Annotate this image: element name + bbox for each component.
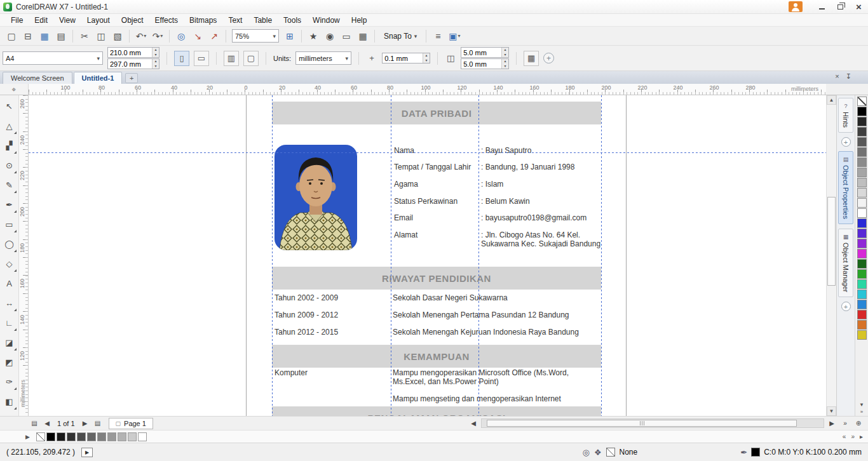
freehand-tool[interactable]: ✎ xyxy=(1,176,18,194)
no-color-swatch[interactable] xyxy=(857,97,867,106)
guideline-horizontal[interactable] xyxy=(29,152,826,153)
menu-bitmaps[interactable]: Bitmaps xyxy=(184,16,222,25)
color-swatch[interactable] xyxy=(857,107,867,116)
search-content-icon[interactable]: ◎ xyxy=(173,29,189,44)
landscape-button[interactable]: ▭ xyxy=(194,51,209,66)
color-swatch[interactable] xyxy=(118,432,126,441)
palette-scroll-right-icon[interactable]: » xyxy=(851,433,855,440)
next-page-icon[interactable]: ▶ xyxy=(79,420,91,427)
education-period[interactable]: Tahun 2002 - 2009 xyxy=(275,293,338,302)
vertical-scroll-thumb[interactable] xyxy=(827,197,836,286)
color-swatch[interactable] xyxy=(857,208,867,218)
show-grid-icon[interactable]: ▦ xyxy=(355,29,370,44)
docker-tab-hints[interactable]: ? Hints xyxy=(838,98,853,133)
color-swatch[interactable] xyxy=(857,229,867,238)
transparency-tool[interactable]: ◩ xyxy=(1,353,18,371)
duplicate-y-spinner[interactable]: ▴▾ xyxy=(501,59,508,69)
cv-field-label[interactable]: Nama xyxy=(394,146,414,155)
menu-effects[interactable]: Effects xyxy=(149,16,184,25)
color-swatch[interactable] xyxy=(857,188,867,197)
menu-edit[interactable]: Edit xyxy=(29,16,53,25)
color-swatch[interactable] xyxy=(57,432,65,441)
no-color-swatch[interactable] xyxy=(36,432,45,441)
chevron-down-icon[interactable]: ▾ xyxy=(144,33,146,39)
units-select[interactable]: millimeters ▾ xyxy=(295,51,351,65)
new-tab-button[interactable]: + xyxy=(125,73,138,83)
horizontal-ruler[interactable]: 100 80 60 40 20 0 20 40 60 80 100 120 14… xyxy=(29,84,826,95)
quick-customize-icon[interactable]: + xyxy=(841,302,851,311)
cv-field-value[interactable]: : Bandung, 19 Januari 1998 xyxy=(481,163,574,171)
menu-text[interactable]: Text xyxy=(222,16,248,25)
page-tab[interactable]: ▢ Page 1 xyxy=(109,418,153,429)
menu-layout[interactable]: Layout xyxy=(81,16,116,25)
zoom-tool[interactable]: ⊙ xyxy=(1,156,18,175)
restore-button[interactable] xyxy=(831,0,850,13)
section-header-data-pribadi[interactable]: DATA PRIBADI xyxy=(272,102,601,124)
color-swatch[interactable] xyxy=(857,290,867,299)
previous-page-icon[interactable]: ◀ xyxy=(41,420,53,427)
show-rulers-icon[interactable]: ▭ xyxy=(339,29,354,44)
cv-field-value[interactable]: : Jln. Cibogo Atas No. 64 Kel. Sukawarna… xyxy=(481,230,606,248)
education-school[interactable]: Sekolah Menengah Pertama Pasundan 12 Ban… xyxy=(393,311,569,319)
color-swatch[interactable] xyxy=(857,147,867,157)
color-swatch[interactable] xyxy=(857,300,867,309)
width-spinner[interactable]: ▴▾ xyxy=(152,48,159,57)
profile-photo[interactable] xyxy=(275,145,357,250)
application-launcher-icon[interactable]: ⊞ xyxy=(282,29,297,44)
guideline-vertical[interactable] xyxy=(601,95,602,416)
pick-tool[interactable]: ↖ xyxy=(1,97,18,116)
cv-field-label[interactable]: Agama xyxy=(394,180,418,189)
vertical-ruler[interactable]: 260 240 220 200 180 160 140 120 millimet… xyxy=(19,95,29,416)
color-swatch[interactable] xyxy=(857,269,867,279)
menu-file[interactable]: File xyxy=(5,16,29,25)
menu-object[interactable]: Object xyxy=(116,16,149,25)
skill-label[interactable]: Komputer xyxy=(275,368,308,377)
outline-color-swatch[interactable] xyxy=(751,448,760,457)
open-icon[interactable]: ⊟ xyxy=(20,29,36,44)
color-swatch[interactable] xyxy=(138,432,147,441)
guideline-vertical[interactable] xyxy=(391,95,391,416)
color-swatch[interactable] xyxy=(46,432,55,441)
outline-status[interactable]: ✒ C:0 M:0 Y:0 K:100 0.200 mm xyxy=(740,448,862,457)
color-swatch[interactable] xyxy=(128,432,137,441)
document-info-icon[interactable]: ◎ xyxy=(583,448,590,457)
color-swatch[interactable] xyxy=(857,178,867,187)
user-account-icon[interactable] xyxy=(789,1,803,12)
cut-icon[interactable]: ✂ xyxy=(77,29,92,44)
section-header-pengalaman-organisasi[interactable]: PENGALAMAN ORGANISASI xyxy=(272,406,601,416)
page-height-input[interactable] xyxy=(108,60,152,68)
color-swatch[interactable] xyxy=(857,218,867,228)
scroll-right-icon[interactable]: ▶ xyxy=(826,420,837,427)
minimize-button[interactable] xyxy=(813,0,831,13)
education-period[interactable]: Tahun 2009 - 2012 xyxy=(275,311,338,319)
cv-field-value[interactable]: : bayusaputro0198@gmail.com xyxy=(481,213,587,222)
new-document-icon[interactable]: ▢ xyxy=(4,29,19,44)
interactive-fill-tool[interactable]: ◧ xyxy=(1,392,18,411)
paper-size-select[interactable]: A4 ▾ xyxy=(3,51,103,65)
polygon-tool[interactable]: ◇ xyxy=(1,255,18,273)
color-swatch[interactable] xyxy=(857,310,867,319)
duplicate-x-spinner[interactable]: ▴▾ xyxy=(501,48,508,57)
color-swatch[interactable] xyxy=(67,432,76,441)
zoom-page-icon[interactable]: ⊕ xyxy=(853,420,864,427)
cv-field-label[interactable]: Status Perkawinan xyxy=(394,197,458,206)
cv-field-value[interactable]: : Islam xyxy=(481,180,503,189)
quick-customize-icon[interactable]: + xyxy=(543,53,554,63)
color-swatch[interactable] xyxy=(857,198,867,208)
color-swatch[interactable] xyxy=(857,320,867,330)
cv-field-value[interactable]: : Bayu Saputro xyxy=(481,146,531,155)
skill-value[interactable]: Mampu mengoperasikan Microsoft Office (M… xyxy=(393,368,604,386)
crop-tool[interactable]: ▞ xyxy=(1,137,18,155)
palette-expander-icon[interactable]: ▶ xyxy=(25,434,30,440)
color-swatch[interactable] xyxy=(857,157,867,167)
height-spinner[interactable]: ▴▾ xyxy=(152,59,159,69)
treat-as-filled-icon[interactable]: ▦ xyxy=(524,51,539,66)
menu-window[interactable]: Window xyxy=(307,16,346,25)
connector-tool[interactable]: ∟ xyxy=(1,314,18,332)
fill-none-swatch[interactable] xyxy=(606,448,615,457)
tab-welcome-screen[interactable]: Welcome Screen xyxy=(3,72,72,84)
portrait-button[interactable]: ▯ xyxy=(174,51,189,66)
cv-field-label[interactable]: Tempat / Tanggal Lahir xyxy=(394,163,471,171)
copy-icon[interactable]: ◫ xyxy=(93,29,109,44)
parallel-dimension-tool[interactable]: ↔ xyxy=(1,294,18,312)
